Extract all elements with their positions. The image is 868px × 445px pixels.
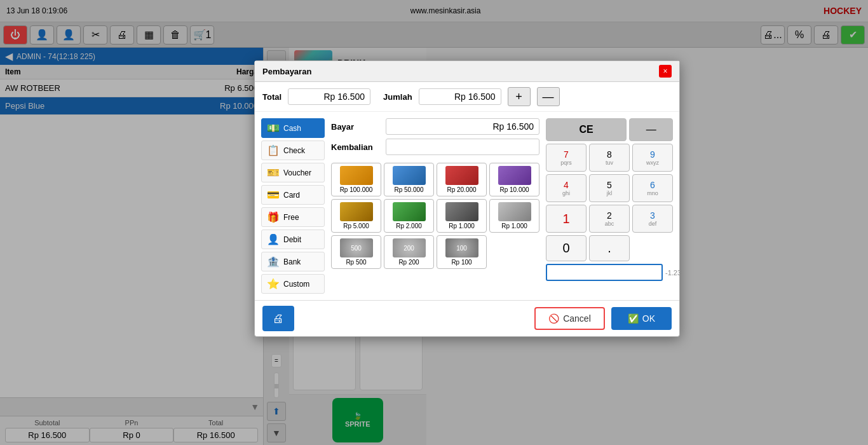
currency-1k[interactable]: Rp 1.000 [437,199,487,233]
currency-img-1k [445,202,478,221]
ok-icon: ✅ [628,313,639,324]
check-label: Check [283,146,305,155]
currency-img-5k [340,202,373,221]
key-dot[interactable]: . [589,235,630,261]
currency-img-100: 100 [445,238,478,257]
print-receipt-button[interactable]: 🖨 [262,306,294,331]
payment-method-voucher[interactable]: 🎫 Voucher [261,163,325,182]
currency-label-1k2: Rp 1.000 [501,222,527,229]
numpad-input-row: -1.23 [546,264,673,281]
modal-action-buttons: 🚫 Cancel ✅ OK [534,307,672,330]
kembalian-label: Kembalian [331,142,382,152]
numpad: CE — 7pqrs 8tuv 9wxyz 4ghi 5jkl 6mno 1 2… [546,118,673,294]
total-label: Total [262,92,281,102]
currency-500[interactable]: 500 Rp 500 [331,235,381,269]
currency-img-1k2 [498,202,531,221]
key-8[interactable]: 8tuv [589,144,630,172]
key-2[interactable]: 2abc [589,205,630,233]
currency-img-500: 500 [340,238,373,257]
free-label: Free [283,213,299,222]
free-icon: 🎁 [267,211,280,223]
key-0[interactable]: 0 [546,235,587,261]
modal-footer: 🖨 🚫 Cancel ✅ OK [255,300,679,336]
currency-grid: Rp 100.000 Rp 50.000 Rp 20.000 Rp 10.000 [331,163,539,269]
payment-methods-list: 💵 Cash 📋 Check 🎫 Voucher 💳 Card 🎁 Free 👤 [261,118,325,294]
voucher-label: Voucher [283,168,311,177]
payment-method-debit[interactable]: 👤 Debit [261,229,325,249]
bayar-input[interactable] [386,118,539,135]
numpad-suffix: -1.23 [665,269,681,277]
modal-body: 💵 Cash 📋 Check 🎫 Voucher 💳 Card 🎁 Free 👤 [255,112,679,300]
numpad-text-input[interactable] [546,264,663,281]
bayar-label: Bayar [331,122,382,132]
check-icon: 📋 [267,144,280,156]
currency-200[interactable]: 200 Rp 200 [384,235,434,269]
cancel-icon: 🚫 [548,313,559,324]
currency-100k[interactable]: Rp 100.000 [331,163,381,196]
currency-label-10k: Rp 10.000 [499,186,529,193]
modal-header: Pembayaran × [255,61,679,82]
modal-close-button[interactable]: × [659,65,672,78]
key-9[interactable]: 9wxyz [632,144,673,172]
payment-method-bank[interactable]: 🏦 Bank [261,252,325,271]
currency-label-1k: Rp 1.000 [449,222,475,229]
currency-label-100k: Rp 100.000 [340,186,373,193]
kembalian-input[interactable] [386,139,539,155]
payment-method-cash[interactable]: 💵 Cash [261,118,325,138]
currency-label-500: Rp 500 [346,259,366,266]
currency-10k[interactable]: Rp 10.000 [489,163,539,196]
currency-label-5k: Rp 5.000 [343,222,369,229]
currency-5k[interactable]: Rp 5.000 [331,199,381,233]
currency-img-200: 200 [393,238,426,257]
bayar-row: Bayar [331,118,539,135]
jumlah-minus-button[interactable]: — [537,87,560,106]
bank-icon: 🏦 [267,256,280,268]
backspace-button[interactable]: — [629,118,673,141]
voucher-icon: 🎫 [267,167,280,179]
currency-label-20k: Rp 20.000 [447,186,476,193]
currency-2k[interactable]: Rp 2.000 [384,199,434,233]
bank-label: Bank [283,257,301,266]
ok-button[interactable]: ✅ OK [611,307,672,330]
key-7[interactable]: 7pqrs [546,144,587,172]
currency-img-20k [445,166,478,185]
jumlah-label: Jumlah [383,92,412,102]
payment-method-custom[interactable]: ⭐ Custom [261,274,325,294]
amount-area: Bayar Kembalian Rp 100.000 Rp 50.000 [331,118,539,294]
key-5[interactable]: 5jkl [589,174,630,202]
payment-method-check[interactable]: 📋 Check [261,140,325,160]
modal-title: Pembayaran [262,67,311,76]
payment-right-area: Bayar Kembalian Rp 100.000 Rp 50.000 [331,118,673,294]
debit-icon: 👤 [267,233,280,245]
jumlah-input[interactable] [419,88,501,105]
currency-20k[interactable]: Rp 20.000 [437,163,487,196]
custom-label: Custom [283,280,309,289]
currency-img-50k [393,166,426,185]
key-1[interactable]: 1 [546,205,587,233]
key-4[interactable]: 4ghi [546,174,587,202]
cash-label: Cash [283,124,301,133]
ce-button[interactable]: CE [546,118,627,141]
currency-label-2k: Rp 2.000 [396,222,422,229]
cash-icon: 💵 [267,122,280,134]
total-input[interactable] [288,88,370,105]
cancel-label: Cancel [563,313,591,324]
currency-1k2[interactable]: Rp 1.000 [489,199,539,233]
card-label: Card [283,191,300,200]
currency-img-100k [340,166,373,185]
jumlah-plus-button[interactable]: + [508,87,531,106]
currency-100[interactable]: 100 Rp 100 [437,235,487,269]
currency-img-10k [498,166,531,185]
kembalian-row: Kembalian [331,139,539,155]
currency-50k[interactable]: Rp 50.000 [384,163,434,196]
debit-label: Debit [283,235,301,244]
numpad-top-row: CE — [546,118,673,141]
payment-method-card[interactable]: 💳 Card [261,185,325,205]
numpad-grid: 7pqrs 8tuv 9wxyz 4ghi 5jkl 6mno 1 2abc 3… [546,144,673,261]
ok-label: OK [642,313,655,324]
card-icon: 💳 [267,189,280,201]
cancel-button[interactable]: 🚫 Cancel [534,307,605,330]
payment-method-free[interactable]: 🎁 Free [261,207,325,227]
key-6[interactable]: 6mno [632,174,673,202]
key-3[interactable]: 3def [632,205,673,233]
